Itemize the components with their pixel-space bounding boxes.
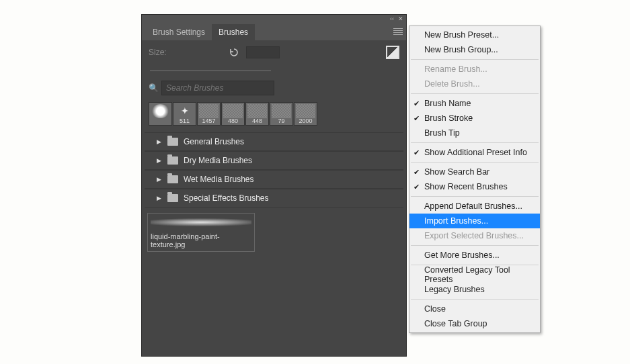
menu-import-brushes[interactable]: Import Brushes... [409, 214, 540, 228]
brush-thumb[interactable]: 448 [245, 102, 269, 126]
chevron-right-icon: ▶ [157, 138, 162, 145]
folder-label: Wet Media Brushes [184, 175, 254, 184]
size-label: Size: [149, 48, 167, 57]
brush-size-label: 1457 [202, 118, 215, 125]
folder-icon [167, 175, 178, 183]
menu-delete-brush[interactable]: Delete Brush... [409, 77, 540, 91]
menu-separator [411, 59, 539, 60]
folder-label: General Brushes [184, 137, 244, 146]
brushes-panel: ‹‹ ✕ Brush Settings Brushes Size: 🔍 511 … [141, 14, 407, 357]
folder-dry-media-brushes[interactable]: ▶ Dry Media Brushes [145, 151, 403, 170]
brush-size-label: 2000 [299, 118, 312, 125]
menu-show-recent[interactable]: ✔Show Recent Brushes [409, 179, 540, 194]
menu-show-search[interactable]: ✔Show Search Bar [409, 165, 540, 179]
tab-brush-settings[interactable]: Brush Settings [146, 24, 212, 40]
panel-titlebar: ‹‹ ✕ [142, 15, 406, 23]
recent-brush-preview[interactable]: liquid-marbling-paint-texture.jpg [147, 213, 255, 252]
folder-special-effects-brushes[interactable]: ▶ Special Effects Brushes [145, 189, 403, 208]
menu-separator [411, 142, 539, 143]
menu-append-default[interactable]: Append Default Brushes... [409, 199, 540, 214]
menu-new-brush-preset[interactable]: New Brush Preset... [409, 28, 540, 42]
brush-thumb[interactable] [149, 102, 172, 126]
menu-brush-tip[interactable]: Brush Tip [409, 126, 540, 140]
brush-thumbnails: 511 1457 480 448 79 2000 [149, 102, 399, 126]
menu-separator [411, 162, 539, 163]
check-icon: ✔ [414, 114, 420, 123]
brush-thumb[interactable]: 480 [221, 102, 245, 126]
brush-preview-toggle[interactable] [386, 46, 399, 59]
tab-brushes[interactable]: Brushes [212, 24, 255, 40]
menu-brush-stroke[interactable]: ✔Brush Stroke [409, 111, 540, 126]
close-icon[interactable]: ✕ [398, 15, 403, 22]
panel-tabs: Brush Settings Brushes [142, 23, 406, 40]
search-input[interactable] [161, 81, 274, 95]
menu-separator [411, 93, 539, 94]
folder-label: Dry Media Brushes [184, 156, 252, 165]
recent-brush-label: liquid-marbling-paint-texture.jpg [151, 232, 251, 248]
reset-icon[interactable] [229, 47, 239, 58]
panel-menu-icon[interactable] [393, 27, 403, 35]
search-icon: 🔍 [149, 83, 159, 93]
menu-brush-name[interactable]: ✔Brush Name [409, 96, 540, 111]
brush-size-label: 511 [180, 118, 190, 125]
menu-close[interactable]: Close [409, 302, 540, 316]
panel-body: Size: 🔍 511 1457 480 448 79 2000 ▶ [142, 40, 406, 356]
brush-stroke-preview [151, 215, 251, 230]
menu-rename-brush[interactable]: Rename Brush... [409, 62, 540, 77]
folder-general-brushes[interactable]: ▶ General Brushes [145, 132, 403, 151]
size-row: Size: [145, 46, 403, 59]
search-row: 🔍 [149, 81, 399, 95]
brush-thumb[interactable]: 1457 [197, 102, 221, 126]
folder-wet-media-brushes[interactable]: ▶ Wet Media Brushes [145, 170, 403, 189]
menu-export-selected[interactable]: Export Selected Brushes... [409, 228, 540, 243]
menu-get-more[interactable]: Get More Brushes... [409, 248, 540, 263]
chevron-right-icon: ▶ [157, 157, 162, 164]
menu-close-tab-group[interactable]: Close Tab Group [409, 316, 540, 331]
brush-thumb[interactable]: 79 [270, 102, 293, 126]
check-icon: ✔ [414, 99, 420, 108]
menu-separator [411, 196, 539, 197]
menu-converted-legacy[interactable]: Converted Legacy Tool Presets [409, 267, 540, 282]
brush-thumb[interactable]: 2000 [294, 102, 317, 126]
panel-context-menu: New Brush Preset... New Brush Group... R… [409, 26, 541, 333]
chevron-right-icon: ▶ [157, 195, 162, 201]
check-icon: ✔ [414, 168, 420, 177]
menu-new-brush-group[interactable]: New Brush Group... [409, 42, 540, 57]
brush-size-label: 448 [252, 118, 262, 125]
collapse-icon[interactable]: ‹‹ [390, 15, 394, 22]
brush-size-label: 79 [278, 118, 284, 125]
folder-icon [167, 138, 178, 146]
folder-icon [167, 156, 178, 165]
brush-folders: ▶ General Brushes ▶ Dry Media Brushes ▶ … [145, 132, 403, 208]
menu-legacy-brushes[interactable]: Legacy Brushes [409, 282, 540, 297]
menu-separator [411, 299, 539, 300]
folder-icon [167, 194, 178, 202]
brush-thumb[interactable]: 511 [173, 102, 196, 126]
check-icon: ✔ [414, 183, 420, 191]
check-icon: ✔ [414, 148, 420, 157]
folder-label: Special Effects Brushes [184, 193, 269, 203]
chevron-right-icon: ▶ [157, 176, 162, 183]
size-input[interactable] [246, 46, 280, 58]
size-slider[interactable] [150, 66, 271, 71]
brush-size-label: 480 [228, 118, 238, 125]
menu-separator [411, 245, 539, 246]
menu-show-additional[interactable]: ✔Show Additional Preset Info [409, 145, 540, 160]
